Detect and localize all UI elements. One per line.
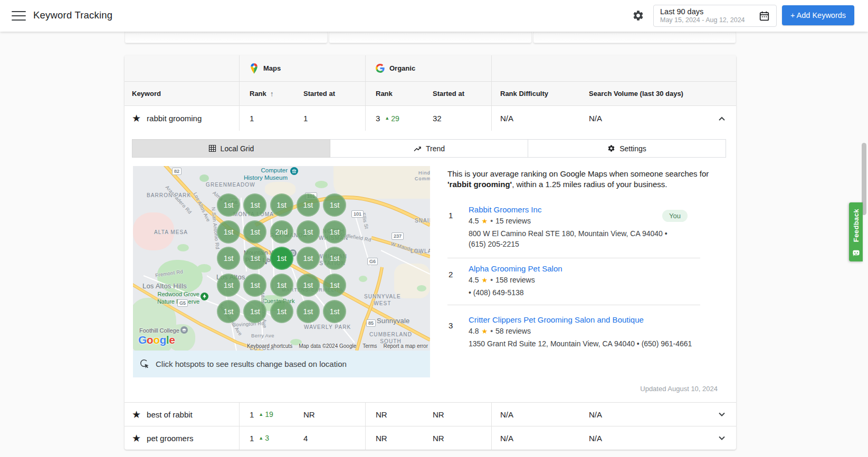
map-label: Redwood Grove Nature Preserve	[154, 291, 199, 306]
google-g-icon	[376, 64, 385, 73]
delta-up-icon: ▲	[259, 436, 263, 441]
grid-rank-hotspot[interactable]: 1st	[323, 220, 346, 244]
rank-delta-badge: ▲19	[259, 410, 273, 419]
maps-started-value: 1	[303, 106, 365, 131]
difficulty-value: N/A	[491, 426, 580, 450]
keyword-table-card: Maps Organic Keyword Rank ↑ Started at R…	[125, 55, 736, 450]
page-title: Keyword Tracking	[33, 9, 112, 21]
business-address: 800 W El Camino Real STE 180, Mountain V…	[469, 228, 718, 249]
grid-rank-hotspot[interactable]: 1st	[217, 274, 240, 297]
volume-value: N/A	[580, 426, 707, 450]
grid-rank-hotspot[interactable]: 1st	[243, 274, 266, 297]
tab-local-grid[interactable]: Local Grid	[132, 139, 330, 158]
chevron-down-icon	[717, 409, 727, 420]
col-search-volume: Search Volume (last 30 days)	[580, 82, 707, 105]
local-results-panel: This is your average ranking on Google M…	[447, 131, 718, 402]
keyword-label: pet groomers	[147, 434, 193, 443]
add-keywords-button[interactable]: + Add Keywords	[782, 5, 854, 25]
map-label: ALTA MESA	[154, 229, 188, 236]
grid-rank-hotspot[interactable]: 1st	[217, 247, 240, 270]
business-phone: • (408) 649-5138	[469, 287, 718, 298]
organic-started-value: 32	[433, 106, 491, 131]
grid-rank-hotspot[interactable]: 1st	[297, 300, 320, 323]
grid-rank-hotspot[interactable]: 1st	[297, 247, 320, 270]
expand-row-button[interactable]	[707, 426, 736, 450]
keyword-row-best-of-rabbit[interactable]: ★ best of rabbit 1 ▲19 NR NR NR N/A N/A	[125, 402, 736, 426]
grid-rank-hotspot[interactable]: 1st	[323, 193, 346, 217]
organic-group-label: Organic	[389, 64, 415, 72]
grid-rank-hotspot[interactable]: 1st	[297, 220, 320, 244]
map-attribution-link[interactable]: Report a map error	[384, 343, 428, 349]
route-shield-label: 237	[392, 232, 404, 240]
maps-rank-value: 1 ▲3	[239, 426, 303, 450]
map-attribution-link[interactable]: Keyboard shortcuts	[247, 343, 292, 349]
local-result-item: 1 Rabbit Groomers Inc 4.5 ★ • 15 reviews…	[447, 205, 718, 249]
divider	[447, 305, 700, 305]
maps-started-value: NR	[303, 403, 365, 426]
menu-icon[interactable]	[12, 11, 26, 21]
grid-rank-hotspot[interactable]: 1st	[270, 193, 293, 217]
divider	[447, 258, 700, 258]
grid-rank-hotspot[interactable]: 1st	[297, 193, 320, 217]
business-name-link[interactable]: Critter Clippers Pet Grooming Salon and …	[469, 315, 718, 325]
rank-delta-badge: ▲29	[385, 114, 399, 123]
grid-rank-hotspot[interactable]: 1st	[323, 274, 346, 297]
route-shield-label: 82	[172, 168, 182, 175]
grid-rank-hotspot[interactable]: 2nd	[270, 220, 293, 244]
keyword-row-pet-groomers[interactable]: ★ pet groomers 1 ▲3 4 NR NR N/A N/A	[125, 426, 736, 450]
col-organic-started: Started at	[433, 82, 491, 105]
grid-rank-hotspot[interactable]: 1st	[270, 274, 293, 297]
chevron-up-icon	[717, 113, 727, 124]
difficulty-value: N/A	[491, 403, 580, 426]
keyword-detail-panel: Local Grid Trend Settings	[125, 131, 736, 402]
keyword-label: rabbit grooming	[147, 114, 202, 123]
favorite-star-icon[interactable]: ★	[132, 433, 141, 443]
updated-timestamp: Updated August 10, 2024	[640, 385, 718, 393]
date-range-value: May 15, 2024 - Aug 12, 2024	[660, 16, 745, 24]
grid-rank-hotspot[interactable]: 1st	[243, 247, 266, 270]
hotspot-hint-text: Click hotspots to see results change bas…	[156, 359, 347, 368]
grid-rank-hotspot[interactable]: 1st	[270, 247, 293, 270]
grid-rank-hotspot[interactable]: 1st	[270, 300, 293, 323]
grid-rank-hotspot[interactable]: 1st	[243, 220, 266, 244]
col-maps-rank-sort[interactable]: Rank ↑	[239, 82, 303, 105]
grid-rank-hotspot[interactable]: 1st	[323, 300, 346, 323]
local-result-item: 3 Critter Clippers Pet Grooming Salon an…	[447, 315, 718, 349]
col-rank-difficulty: Rank Difficulty	[491, 82, 580, 105]
favorite-star-icon[interactable]: ★	[132, 113, 141, 123]
feedback-button[interactable]: Feedback	[849, 202, 863, 261]
feedback-bot-icon	[852, 249, 860, 257]
volume-value: N/A	[580, 106, 707, 131]
map-label: Los Altos Hills	[142, 282, 187, 290]
grid-rank-hotspot[interactable]: 1st	[217, 220, 240, 244]
settings-gear-icon[interactable]	[632, 9, 644, 22]
google-logo: Google	[138, 334, 175, 346]
date-range-label: Last 90 days	[660, 7, 745, 16]
grid-rank-hotspot[interactable]: 1st	[243, 300, 266, 323]
local-grid-map[interactable]: ▼ Computer History MuseumGREENMEADOWBARR…	[133, 166, 430, 351]
organic-rank-value: 3 ▲29	[365, 106, 433, 131]
trend-icon	[413, 144, 422, 153]
delta-up-icon: ▲	[259, 412, 263, 417]
map-attribution-link[interactable]: Terms	[363, 343, 377, 349]
calendar-icon	[759, 11, 770, 22]
grid-rank-hotspot[interactable]: 1st	[217, 300, 240, 323]
favorite-star-icon[interactable]: ★	[132, 410, 141, 420]
grid-rank-hotspot[interactable]: 1st	[243, 193, 266, 217]
grid-rank-hotspot[interactable]: 1st	[297, 274, 320, 297]
grid-rank-hotspot[interactable]: 1st	[217, 193, 240, 217]
expand-row-button[interactable]	[707, 403, 736, 426]
route-shield-label: 101	[351, 210, 364, 218]
route-shield-label: 85	[366, 319, 376, 327]
map-label: Sunnyvale	[377, 317, 410, 325]
keyword-row-rabbit-grooming[interactable]: ★ rabbit grooming 1 1 3 ▲29 32 N/A N/A	[125, 106, 736, 131]
keyword-label: best of rabbit	[147, 410, 193, 419]
rank-delta-badge: ▲3	[259, 434, 269, 442]
collapse-row-button[interactable]	[707, 106, 736, 131]
business-name-link[interactable]: Alpha Grooming Pet Salon	[469, 264, 718, 274]
route-shield-label: G5	[177, 299, 188, 307]
grid-rank-hotspot[interactable]: 1st	[323, 247, 346, 270]
local-result-item: 2 Alpha Grooming Pet Salon 4.5 ★ • 158 r…	[447, 264, 718, 298]
map-label: WAVERLY PARK	[304, 324, 351, 331]
date-range-picker[interactable]: Last 90 days May 15, 2024 - Aug 12, 2024	[653, 5, 777, 27]
